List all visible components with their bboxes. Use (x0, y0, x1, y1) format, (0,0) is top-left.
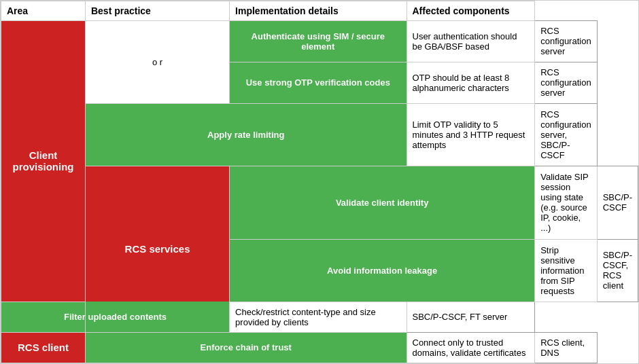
impl-cell: OTP should be at least 8 alphanumeric ch… (407, 62, 535, 103)
header-impl: Implementation details (230, 1, 407, 21)
header-affected: Affected components (407, 1, 535, 21)
impl-cell: Check/restrict content-type and size pro… (230, 302, 407, 332)
affected-cell: SBC/P-CSCF, FT server (407, 302, 535, 332)
impl-cell: Limit OTP validity to 5 minutes and 3 HT… (407, 103, 535, 166)
affected-cell: SBC/P-CSCF, RCS client (597, 239, 638, 302)
main-table-wrapper: Area Best practice Implementation detail… (0, 0, 639, 364)
impl-cell: User authentication should be GBA/BSF ba… (407, 21, 535, 62)
best-practice-cell: Apply rate limiting (85, 103, 407, 166)
impl-cell: Validate SIP session using state (e.g. s… (535, 166, 597, 239)
area-cell: Client provisioning (1, 21, 86, 302)
or-connector: o r (85, 21, 229, 104)
best-practice-cell: Validate client identity (230, 166, 535, 239)
impl-cell: Strip sensitive information from SIP req… (535, 239, 597, 302)
affected-cell: SBC/P-CSCF (597, 166, 638, 239)
affected-cell: RCS client, DNS (535, 332, 597, 363)
affected-cell: RCS configuration server (535, 62, 597, 103)
area-cell: RCS client (1, 332, 86, 363)
best-practice-cell: Use strong OTP verification codes (230, 62, 407, 103)
best-practice-cell: Enforce chain of trust (85, 332, 407, 363)
affected-cell: RCS configuration server (535, 21, 597, 62)
best-practice-cell: Authenticate using SIM / secure element (230, 21, 407, 62)
best-practice-cell: Avoid information leakage (230, 239, 535, 302)
impl-cell: Connect only to trusted domains, validat… (407, 332, 535, 363)
affected-cell: RCS configuration server, SBC/P-CSCF (535, 103, 597, 166)
header-best-practice: Best practice (85, 1, 229, 21)
header-area: Area (1, 1, 86, 21)
best-practice-cell: Filter uploaded contents (1, 302, 230, 332)
